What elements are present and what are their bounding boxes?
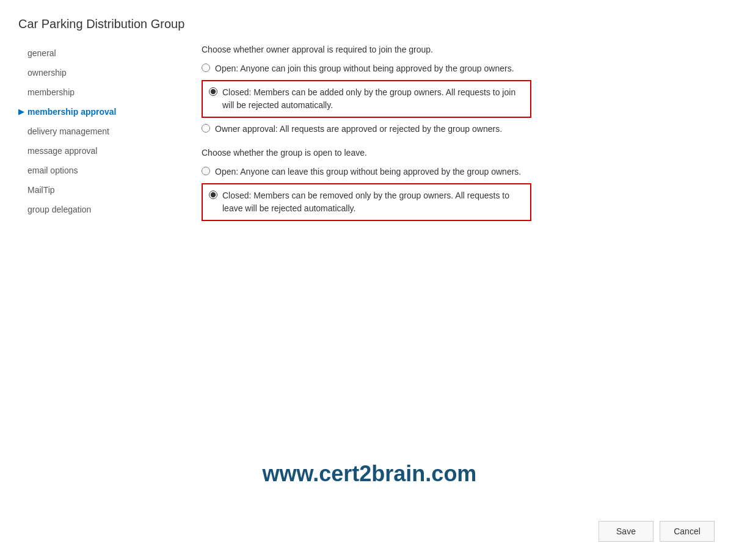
- sidebar-item-label: email options: [27, 165, 78, 175]
- sidebar-item-label: ownership: [27, 68, 67, 78]
- join-option-join-open[interactable]: Open: Anyone can join this group without…: [202, 62, 531, 75]
- join-option-join-owner-approval[interactable]: Owner approval: All requests are approve…: [202, 123, 531, 136]
- sidebar-item-mailtip[interactable]: ▶MailTip: [18, 180, 189, 200]
- page-title: Car Parking Distribution Group: [0, 0, 739, 43]
- leave-radio-leave-closed[interactable]: [209, 191, 217, 199]
- sidebar-item-label: delivery management: [27, 126, 109, 136]
- sidebar-item-delivery-management[interactable]: ▶delivery management: [18, 122, 189, 141]
- join-label-join-closed: Closed: Members can be added only by the…: [222, 86, 524, 112]
- join-radio-join-open[interactable]: [202, 64, 210, 72]
- leave-option-leave-closed[interactable]: Closed: Members can be removed only by t…: [202, 183, 531, 221]
- sidebar-item-label: membership: [27, 87, 75, 97]
- join-option-join-closed[interactable]: Closed: Members can be added only by the…: [202, 80, 531, 118]
- sidebar-item-label: MailTip: [27, 185, 55, 195]
- footer-buttons: Save Cancel: [599, 521, 715, 542]
- sidebar-item-label: message approval: [27, 146, 97, 156]
- leave-option-leave-open[interactable]: Open: Anyone can leave this group withou…: [202, 165, 531, 178]
- sidebar-item-membership-approval[interactable]: ▶membership approval: [18, 102, 189, 122]
- cancel-button[interactable]: Cancel: [660, 521, 715, 542]
- leave-label-leave-open: Open: Anyone can leave this group withou…: [215, 165, 521, 178]
- leave-options-container: Open: Anyone can leave this group withou…: [202, 165, 531, 221]
- sidebar-item-ownership[interactable]: ▶ownership: [18, 63, 189, 82]
- sidebar-item-group-delegation[interactable]: ▶group delegation: [18, 200, 189, 219]
- join-label-join-open: Open: Anyone can join this group without…: [215, 62, 514, 75]
- sidebar: ▶general▶ownership▶membership▶membership…: [18, 43, 189, 226]
- save-button[interactable]: Save: [599, 521, 653, 542]
- watermark: www.cert2brain.com: [0, 461, 739, 487]
- join-radio-join-closed[interactable]: [209, 87, 217, 96]
- sidebar-item-email-options[interactable]: ▶email options: [18, 161, 189, 180]
- sidebar-item-label: group delegation: [27, 205, 91, 214]
- join-options-container: Open: Anyone can join this group without…: [202, 62, 531, 136]
- content-area: Choose whether owner approval is require…: [189, 43, 531, 226]
- sidebar-item-label: general: [27, 48, 56, 58]
- sidebar-item-message-approval[interactable]: ▶message approval: [18, 141, 189, 161]
- sidebar-item-general[interactable]: ▶general: [18, 43, 189, 63]
- leave-label-leave-closed: Closed: Members can be removed only by t…: [222, 189, 524, 215]
- join-label-join-owner-approval: Owner approval: All requests are approve…: [215, 123, 502, 136]
- join-section-description: Choose whether owner approval is require…: [202, 43, 531, 56]
- sidebar-item-label: membership approval: [27, 107, 117, 117]
- join-radio-join-owner-approval[interactable]: [202, 124, 210, 133]
- sidebar-item-membership[interactable]: ▶membership: [18, 82, 189, 102]
- leave-radio-leave-open[interactable]: [202, 167, 210, 175]
- arrow-icon: ▶: [18, 107, 24, 116]
- leave-section-description: Choose whether the group is open to leav…: [202, 147, 531, 159]
